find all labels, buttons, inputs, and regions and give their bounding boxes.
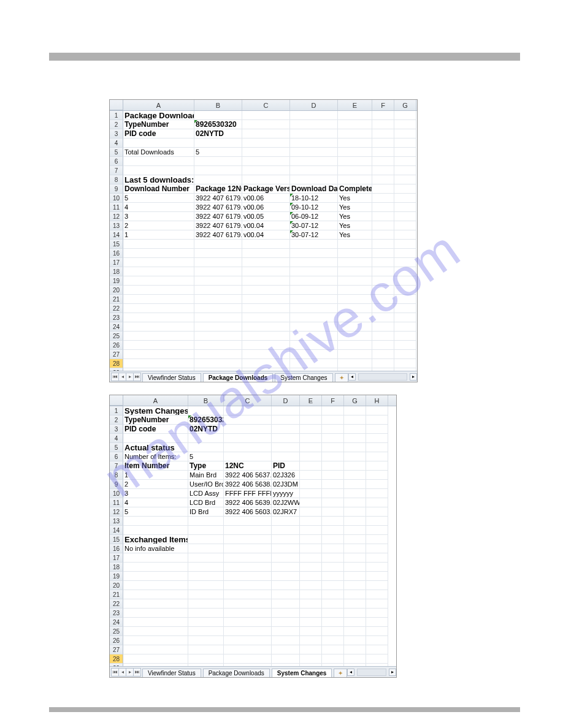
cell-A24[interactable] bbox=[123, 618, 188, 627]
cell-E13[interactable]: Yes bbox=[338, 221, 372, 230]
cell-D13[interactable] bbox=[272, 517, 300, 526]
cell-E1[interactable] bbox=[338, 111, 372, 120]
cell-A18[interactable] bbox=[123, 267, 194, 276]
last-sheet-icon[interactable]: ⏭ bbox=[133, 373, 141, 381]
cell-F3[interactable] bbox=[322, 425, 344, 434]
cell-A28[interactable] bbox=[123, 359, 194, 368]
cell-C24[interactable] bbox=[242, 322, 290, 332]
cell-F8[interactable] bbox=[322, 471, 344, 480]
cell-G3[interactable] bbox=[344, 425, 366, 434]
cell-G17[interactable] bbox=[344, 553, 366, 563]
cell-H1[interactable] bbox=[366, 406, 388, 415]
cell-G1[interactable] bbox=[344, 406, 366, 415]
cell-D9[interactable]: 02J3DM bbox=[272, 480, 300, 489]
tab-package-downloads[interactable]: Package Downloads bbox=[203, 373, 274, 382]
cell-A11[interactable]: 4 bbox=[123, 203, 194, 212]
cell-G15[interactable] bbox=[394, 240, 416, 249]
cell-B10[interactable]: 3922 407 6179.1 bbox=[194, 194, 242, 203]
cell-H13[interactable] bbox=[366, 517, 388, 526]
cell-A6[interactable] bbox=[123, 157, 194, 166]
cell-G25[interactable] bbox=[344, 627, 366, 636]
cell-E23[interactable] bbox=[338, 313, 372, 322]
cell-E5[interactable] bbox=[338, 148, 372, 157]
cell-D26[interactable] bbox=[272, 636, 300, 645]
cell-B6[interactable] bbox=[194, 157, 242, 166]
cell-F1[interactable] bbox=[322, 406, 344, 415]
row-header[interactable]: 7 bbox=[110, 166, 123, 175]
row-header[interactable]: 27 bbox=[110, 645, 123, 654]
cell-E24[interactable] bbox=[300, 618, 322, 627]
tab-system-changes[interactable]: System Changes bbox=[275, 373, 332, 382]
cell-A28[interactable] bbox=[123, 654, 188, 664]
last-sheet-icon[interactable]: ⏭ bbox=[133, 668, 141, 677]
cell-D27[interactable] bbox=[290, 350, 338, 359]
cell-H10[interactable] bbox=[366, 489, 388, 498]
cell-B21[interactable] bbox=[194, 295, 242, 304]
cell-E16[interactable] bbox=[300, 544, 322, 553]
cell-F17[interactable] bbox=[322, 553, 344, 563]
cell-E2[interactable] bbox=[338, 120, 372, 129]
cell-E24[interactable] bbox=[338, 322, 372, 332]
cell-G11[interactable] bbox=[344, 498, 366, 507]
cell-A23[interactable] bbox=[123, 313, 194, 322]
cell-C8[interactable] bbox=[242, 175, 290, 184]
col-header-E[interactable]: E bbox=[338, 100, 372, 110]
cell-G13[interactable] bbox=[344, 517, 366, 526]
cell-A4[interactable] bbox=[123, 434, 188, 443]
col-header-F[interactable]: F bbox=[372, 100, 394, 110]
cell-F15[interactable] bbox=[322, 535, 344, 544]
cell-G3[interactable] bbox=[394, 129, 416, 138]
cell-D5[interactable] bbox=[272, 443, 300, 452]
cell-E26[interactable] bbox=[338, 341, 372, 350]
row-header[interactable]: 11 bbox=[110, 498, 123, 507]
cell-G23[interactable] bbox=[344, 609, 366, 618]
new-sheet-icon[interactable]: ✦ bbox=[334, 669, 347, 677]
cell-F6[interactable] bbox=[322, 452, 344, 461]
cell-H15[interactable] bbox=[366, 535, 388, 544]
cell-A22[interactable] bbox=[123, 304, 194, 313]
cell-A8[interactable]: Last 5 downloads: bbox=[123, 175, 194, 184]
cell-G23[interactable] bbox=[394, 313, 416, 322]
cell-B12[interactable]: 3922 407 6179.1 bbox=[194, 212, 242, 221]
cell-C4[interactable] bbox=[242, 138, 290, 148]
cell-E1[interactable] bbox=[300, 406, 322, 415]
cell-H12[interactable] bbox=[366, 507, 388, 517]
cell-C2[interactable] bbox=[224, 415, 272, 425]
cell-A15[interactable]: Exchanged Items: bbox=[123, 535, 188, 544]
cell-F18[interactable] bbox=[322, 563, 344, 572]
cell-G28[interactable] bbox=[394, 359, 416, 368]
cell-A12[interactable]: 5 bbox=[123, 507, 188, 517]
cell-G21[interactable] bbox=[344, 590, 366, 599]
cell-F10[interactable] bbox=[322, 489, 344, 498]
cell-D7[interactable]: PID bbox=[272, 461, 300, 471]
cell-C16[interactable] bbox=[242, 249, 290, 258]
cell-G21[interactable] bbox=[394, 295, 416, 304]
cell-A3[interactable]: PID code bbox=[123, 129, 194, 138]
cell-G11[interactable] bbox=[394, 203, 416, 212]
cell-A25[interactable] bbox=[123, 332, 194, 341]
cell-E17[interactable] bbox=[338, 258, 372, 267]
cell-E15[interactable] bbox=[300, 535, 322, 544]
cell-D11[interactable]: 02J2WW bbox=[272, 498, 300, 507]
cell-E28[interactable] bbox=[300, 654, 322, 664]
cell-G9[interactable] bbox=[394, 184, 416, 194]
cell-G25[interactable] bbox=[394, 332, 416, 341]
cell-H9[interactable] bbox=[366, 480, 388, 489]
col-header-G[interactable]: G bbox=[394, 100, 416, 110]
row-header[interactable]: 15 bbox=[110, 240, 123, 249]
cell-E25[interactable] bbox=[300, 627, 322, 636]
cell-B21[interactable] bbox=[188, 590, 224, 599]
cell-H24[interactable] bbox=[366, 618, 388, 627]
cell-F8[interactable] bbox=[372, 175, 394, 184]
cell-B25[interactable] bbox=[188, 627, 224, 636]
cell-G19[interactable] bbox=[344, 572, 366, 581]
cell-B16[interactable] bbox=[188, 544, 224, 553]
cell-E27[interactable] bbox=[338, 350, 372, 359]
cell-B15[interactable] bbox=[188, 535, 224, 544]
row-header[interactable]: 13 bbox=[110, 517, 123, 526]
cell-C4[interactable] bbox=[224, 434, 272, 443]
cell-B2[interactable]: 8926530320 bbox=[188, 415, 224, 425]
cell-G27[interactable] bbox=[394, 350, 416, 359]
cell-F19[interactable] bbox=[322, 572, 344, 581]
cell-G8[interactable] bbox=[344, 471, 366, 480]
